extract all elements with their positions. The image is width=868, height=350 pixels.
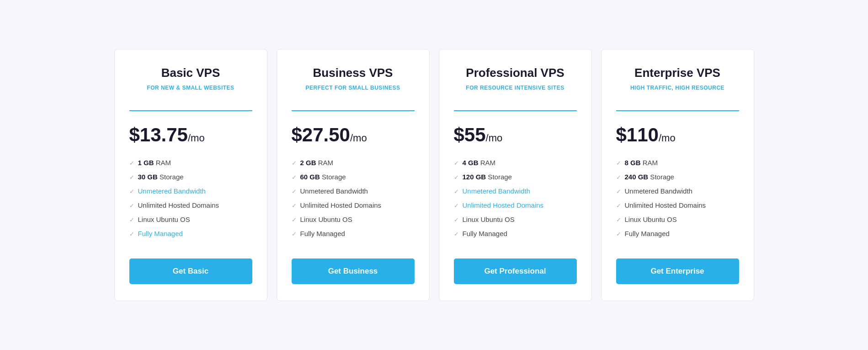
card-subtitle-enterprise: HIGH TRAFFIC, HIGH RESOURCE [616, 85, 739, 91]
card-subtitle-business: PERFECT FOR SMALL BUSINESS [292, 85, 415, 91]
feature-item: ✓Unlimited Hosted Domains [292, 201, 415, 209]
feature-text: Unlimited Hosted Domains [625, 201, 706, 209]
checkmark-icon: ✓ [616, 160, 621, 167]
feature-text: Unmetered Bandwidth [138, 187, 206, 195]
feature-item: ✓Unlimited Hosted Domains [616, 201, 739, 209]
card-price-professional: $55/mo [454, 124, 577, 146]
card-divider-business [292, 110, 415, 111]
feature-text: Fully Managed [463, 230, 507, 237]
feature-item: ✓120 GB Storage [454, 173, 577, 181]
feature-text: Linux Ubuntu OS [625, 215, 677, 223]
feature-item: ✓Unlimited Hosted Domains [454, 201, 577, 209]
checkmark-icon: ✓ [129, 174, 134, 181]
feature-text: Fully Managed [625, 230, 670, 237]
checkmark-icon: ✓ [292, 202, 297, 209]
feature-item: ✓1 GB RAM [129, 159, 252, 167]
checkmark-icon: ✓ [454, 188, 459, 195]
card-subtitle-basic: FOR NEW & SMALL WEBSITES [129, 85, 252, 91]
feature-text: Fully Managed [138, 230, 183, 237]
checkmark-icon: ✓ [616, 202, 621, 209]
checkmark-icon: ✓ [454, 160, 459, 167]
feature-text: Unmetered Bandwidth [300, 187, 368, 195]
feature-item: ✓30 GB Storage [129, 173, 252, 181]
card-divider-basic [129, 110, 252, 111]
pricing-card-professional: Professional VPSFOR RESOURCE INTENSIVE S… [439, 49, 592, 301]
checkmark-icon: ✓ [129, 202, 134, 209]
pricing-card-enterprise: Enterprise VPSHIGH TRAFFIC, HIGH RESOURC… [601, 49, 754, 301]
feature-item: ✓Fully Managed [292, 230, 415, 237]
checkmark-icon: ✓ [129, 188, 134, 195]
features-list-business: ✓2 GB RAM✓60 GB Storage✓Unmetered Bandwi… [292, 159, 415, 244]
checkmark-icon: ✓ [616, 174, 621, 181]
checkmark-icon: ✓ [292, 188, 297, 195]
feature-item: ✓Linux Ubuntu OS [454, 215, 577, 223]
checkmark-icon: ✓ [616, 216, 621, 223]
card-price-enterprise: $110/mo [616, 124, 739, 146]
checkmark-icon: ✓ [292, 231, 297, 237]
features-list-professional: ✓4 GB RAM✓120 GB Storage✓Unmetered Bandw… [454, 159, 577, 244]
pricing-container: Basic VPSFOR NEW & SMALL WEBSITES$13.75/… [114, 49, 754, 301]
pricing-card-basic: Basic VPSFOR NEW & SMALL WEBSITES$13.75/… [114, 49, 267, 301]
card-header-professional: Professional VPSFOR RESOURCE INTENSIVE S… [454, 66, 577, 99]
checkmark-icon: ✓ [129, 216, 134, 223]
feature-item: ✓8 GB RAM [616, 159, 739, 167]
checkmark-icon: ✓ [129, 231, 134, 237]
checkmark-icon: ✓ [454, 231, 459, 237]
feature-text: 240 GB Storage [625, 173, 674, 181]
cta-button-basic[interactable]: Get Basic [129, 258, 252, 284]
checkmark-icon: ✓ [454, 174, 459, 181]
feature-text: 60 GB Storage [300, 173, 346, 181]
feature-item: ✓Unmetered Bandwidth [292, 187, 415, 195]
features-list-enterprise: ✓8 GB RAM✓240 GB Storage✓Unmetered Bandw… [616, 159, 739, 244]
feature-text: 4 GB RAM [463, 159, 496, 167]
feature-item: ✓2 GB RAM [292, 159, 415, 167]
feature-text: Unlimited Hosted Domains [138, 201, 219, 209]
checkmark-icon: ✓ [454, 202, 459, 209]
feature-item: ✓Unlimited Hosted Domains [129, 201, 252, 209]
card-title-professional: Professional VPS [454, 66, 577, 80]
feature-item: ✓240 GB Storage [616, 173, 739, 181]
feature-text: Unmetered Bandwidth [625, 187, 692, 195]
cta-button-enterprise[interactable]: Get Enterprise [616, 258, 739, 284]
feature-text: 30 GB Storage [138, 173, 184, 181]
features-list-basic: ✓1 GB RAM✓30 GB Storage✓Unmetered Bandwi… [129, 159, 252, 244]
card-price-business: $27.50/mo [292, 124, 415, 146]
checkmark-icon: ✓ [454, 216, 459, 223]
feature-text: Linux Ubuntu OS [463, 215, 515, 223]
feature-text: Unmetered Bandwidth [463, 187, 530, 195]
feature-item: ✓4 GB RAM [454, 159, 577, 167]
checkmark-icon: ✓ [292, 160, 297, 167]
card-header-business: Business VPSPERFECT FOR SMALL BUSINESS [292, 66, 415, 99]
feature-item: ✓Unmetered Bandwidth [454, 187, 577, 195]
feature-item: ✓Fully Managed [616, 230, 739, 237]
feature-item: ✓Unmetered Bandwidth [129, 187, 252, 195]
checkmark-icon: ✓ [292, 174, 297, 181]
feature-text: 120 GB Storage [463, 173, 512, 181]
feature-item: ✓Linux Ubuntu OS [616, 215, 739, 223]
pricing-card-business: Business VPSPERFECT FOR SMALL BUSINESS$2… [277, 49, 430, 301]
cta-button-professional[interactable]: Get Professional [454, 258, 577, 284]
card-divider-professional [454, 110, 577, 111]
checkmark-icon: ✓ [616, 188, 621, 195]
feature-text: 8 GB RAM [625, 159, 658, 167]
card-header-basic: Basic VPSFOR NEW & SMALL WEBSITES [129, 66, 252, 99]
feature-text: Linux Ubuntu OS [300, 215, 352, 223]
card-price-basic: $13.75/mo [129, 124, 252, 146]
checkmark-icon: ✓ [292, 216, 297, 223]
feature-item: ✓60 GB Storage [292, 173, 415, 181]
card-divider-enterprise [616, 110, 739, 111]
feature-text: Linux Ubuntu OS [138, 215, 190, 223]
feature-text: 2 GB RAM [300, 159, 334, 167]
feature-item: ✓Unmetered Bandwidth [616, 187, 739, 195]
feature-text: Unlimited Hosted Domains [300, 201, 382, 209]
card-title-enterprise: Enterprise VPS [616, 66, 739, 80]
card-title-basic: Basic VPS [129, 66, 252, 80]
feature-item: ✓Linux Ubuntu OS [292, 215, 415, 223]
feature-item: ✓Linux Ubuntu OS [129, 215, 252, 223]
feature-item: ✓Fully Managed [129, 230, 252, 237]
feature-text: Unlimited Hosted Domains [463, 201, 544, 209]
feature-text: Fully Managed [300, 230, 345, 237]
checkmark-icon: ✓ [129, 160, 134, 167]
feature-item: ✓Fully Managed [454, 230, 577, 237]
cta-button-business[interactable]: Get Business [292, 258, 415, 284]
